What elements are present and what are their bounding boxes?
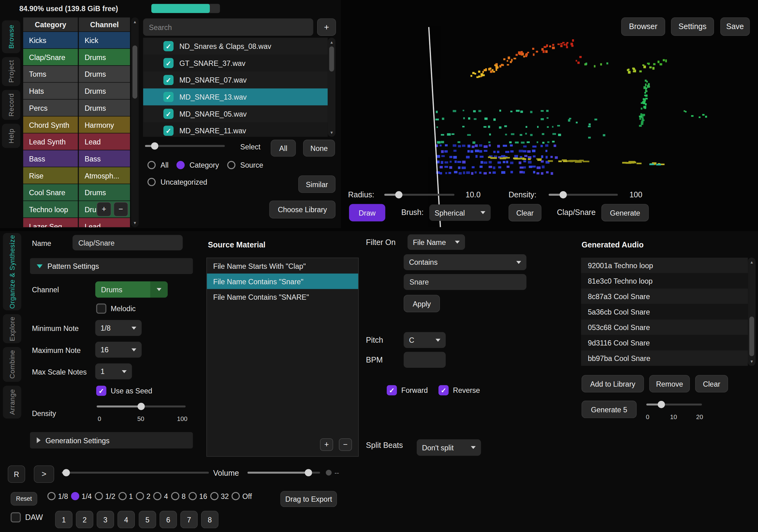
scroll-up-icon[interactable]: ▲	[327, 39, 335, 46]
reset-button[interactable]: Reset	[11, 492, 37, 506]
file-checkbox[interactable]: ✓	[163, 58, 174, 68]
file-row[interactable]: ✓ ND_Snares & Claps_08.wav	[143, 38, 328, 55]
draw-button[interactable]: Draw	[349, 204, 385, 221]
filter-radio-source[interactable]: Source	[227, 161, 263, 169]
melodic-checkbox[interactable]	[96, 303, 106, 314]
tab-browse[interactable]: Browse	[2, 20, 20, 53]
brush-dropdown[interactable]: Spherical	[430, 204, 491, 221]
scroll-down-icon[interactable]: ▼	[131, 219, 139, 226]
generate-five-button[interactable]: Generate 5	[582, 401, 637, 418]
generated-item[interactable]: 8c87a3 Cool Snare	[581, 288, 748, 304]
drag-to-export-button[interactable]: Drag to Export	[280, 491, 337, 507]
radio-icon[interactable]	[176, 161, 185, 169]
generated-list-scrollbar[interactable]: ▲ ▼	[748, 258, 756, 366]
file-checkbox[interactable]: ✓	[163, 109, 174, 119]
similar-button[interactable]: Similar	[298, 175, 335, 193]
add-to-library-button[interactable]: Add to Library	[582, 375, 644, 392]
generated-item[interactable]: 053c68 Cool Snare	[581, 319, 748, 335]
use-as-seed-row[interactable]: ✓ Use as Seed	[96, 386, 152, 396]
rate-option[interactable]: Off	[232, 492, 252, 500]
slider-handle[interactable]	[151, 142, 158, 150]
scroll-up-icon[interactable]: ▲	[748, 259, 756, 265]
pattern-density-slider[interactable]	[97, 403, 186, 411]
radio-icon[interactable]	[95, 492, 103, 500]
tab-explore[interactable]: Explore	[3, 314, 21, 343]
slider-handle[interactable]	[138, 403, 145, 410]
filter-query-input[interactable]	[404, 274, 527, 290]
category-row[interactable]: Bass Bass	[23, 150, 130, 167]
tab-organize-synthesize[interactable]: Organize & Synthesize	[3, 233, 21, 310]
radio-icon[interactable]	[171, 492, 180, 500]
slot-button-8[interactable]: 8	[201, 511, 219, 528]
name-input[interactable]	[72, 235, 183, 250]
scroll-down-icon[interactable]: ▼	[327, 129, 335, 136]
generation-settings-header[interactable]: Generation Settings	[30, 432, 193, 449]
slot-button-3[interactable]: 3	[97, 511, 114, 528]
category-row[interactable]: Toms Drums	[23, 66, 130, 82]
tab-arrange[interactable]: Arrange	[3, 386, 21, 418]
category-row[interactable]: Cool Snare Drums	[23, 184, 130, 200]
generated-item[interactable]: 9d3116 Cool Snare	[581, 335, 748, 350]
minimum-note-dropdown[interactable]: 1/8	[95, 320, 142, 336]
file-row[interactable]: ✓ MD_SNARE_05.wav	[143, 106, 328, 122]
density-slider[interactable]	[549, 191, 618, 199]
volume-slider[interactable]	[248, 469, 320, 477]
generate-button[interactable]: Generate	[602, 204, 649, 221]
radio-icon[interactable]	[118, 492, 126, 500]
radio-icon[interactable]	[154, 492, 162, 500]
file-checkbox[interactable]: ✓	[163, 75, 174, 85]
rate-option[interactable]: 1	[118, 492, 133, 500]
generated-item[interactable]: 92001a Techno loop	[581, 258, 748, 273]
rate-option[interactable]: 32	[210, 492, 229, 500]
pattern-settings-header[interactable]: Pattern Settings	[30, 258, 193, 274]
search-input[interactable]	[143, 18, 313, 36]
category-row[interactable]: Percs Drums	[23, 100, 130, 116]
bpm-input[interactable]	[404, 352, 446, 368]
slot-button-1[interactable]: 1	[55, 511, 72, 528]
scroll-down-icon[interactable]: ▼	[748, 358, 756, 365]
category-row[interactable]: Lazer Seq Lead	[23, 218, 130, 227]
filter-radio-all[interactable]: All	[148, 161, 169, 169]
reverse-checkbox-row[interactable]: ✓ Reverse	[438, 385, 480, 395]
rate-option[interactable]: 16	[189, 492, 207, 500]
slot-button-5[interactable]: 5	[139, 511, 156, 528]
filter-radio-category[interactable]: Category	[176, 161, 219, 169]
slider-handle[interactable]	[560, 191, 567, 198]
rate-option[interactable]: 4	[154, 492, 168, 500]
rate-option[interactable]: 8	[171, 492, 186, 500]
slider-handle[interactable]	[305, 469, 312, 476]
rate-option-selected[interactable]: 1/4	[71, 492, 91, 500]
category-row[interactable]: Clap/Snare Drums	[23, 49, 130, 65]
slot-button-2[interactable]: 2	[76, 511, 93, 528]
remove-category-button[interactable]: −	[114, 202, 128, 216]
source-item[interactable]: File Name Contains "SNARE"	[207, 289, 358, 304]
rate-option[interactable]: 1/8	[47, 492, 68, 500]
daw-checkbox-row[interactable]: DAW	[11, 512, 43, 522]
forward-checkbox[interactable]: ✓	[387, 385, 397, 395]
slot-button-6[interactable]: 6	[160, 511, 177, 528]
reverse-checkbox[interactable]: ✓	[438, 385, 449, 395]
radio-icon[interactable]	[47, 492, 56, 500]
remove-source-button[interactable]: −	[339, 438, 352, 451]
select-none-button[interactable]: None	[303, 140, 335, 157]
settings-button[interactable]: Settings	[671, 17, 714, 36]
category-row[interactable]: Techno loop Drums + −	[23, 201, 130, 217]
browser-button[interactable]: Browser	[621, 17, 665, 36]
preview-slider[interactable]	[145, 142, 225, 150]
generated-item[interactable]: 81e3c0 Techno loop	[581, 273, 748, 288]
file-checkbox[interactable]: ✓	[163, 41, 174, 51]
melodic-checkbox-row[interactable]: Melodic	[96, 303, 136, 314]
source-item-selected[interactable]: File Name Contains "Snare"	[207, 273, 358, 289]
slot-button-4[interactable]: 4	[118, 511, 135, 528]
radius-slider[interactable]	[384, 191, 455, 199]
scroll-up-icon[interactable]: ▲	[131, 18, 139, 25]
file-checkbox[interactable]: ✓	[163, 126, 174, 136]
position-slider[interactable]	[62, 469, 209, 477]
max-scale-notes-dropdown[interactable]: 1	[95, 363, 132, 380]
file-row[interactable]: ✓ MD_SNARE_11.wav	[143, 122, 328, 137]
record-button[interactable]: R	[8, 465, 25, 483]
slider-handle[interactable]	[658, 401, 665, 408]
file-checkbox[interactable]: ✓	[163, 92, 174, 102]
radio-icon[interactable]	[148, 161, 156, 169]
filter-operator-dropdown[interactable]: Contains	[404, 254, 527, 270]
